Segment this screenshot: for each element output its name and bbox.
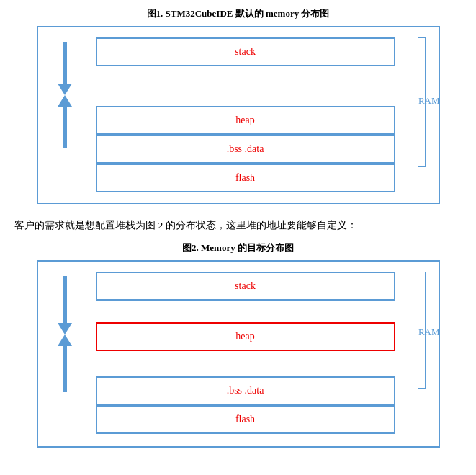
figure2-diagram-wrapper: stack heap .bss .data flash RAM (37, 260, 440, 448)
ram-label-fig1: RAM (408, 27, 440, 174)
figure2-diagram: stack heap .bss .data flash RAM (37, 260, 440, 448)
block-spacer-fig1 (96, 66, 395, 106)
ram-label-fig2: RAM (408, 262, 440, 403)
description-text: 客户的需求就是想配置堆栈为图 2 的分布状态，这里堆的地址要能够自定义： (14, 217, 462, 234)
block-heap-fig2: heap (96, 322, 395, 351)
block-stack-fig2: stack (96, 272, 395, 301)
block-spacer1-fig2 (96, 301, 395, 322)
blocks-fig2: stack heap .bss .data flash (96, 272, 395, 434)
block-flash-fig1: flash (96, 164, 395, 192)
blocks-fig1: stack heap .bss .data flash (96, 37, 395, 192)
figure2-title: 图2. Memory 的目标分布图 (14, 241, 462, 254)
figure1-title: 图1. STM32CubeIDE 默认的 memory 分布图 (14, 7, 462, 20)
block-stack-fig1: stack (96, 37, 395, 66)
left-arrows-fig1 (51, 27, 78, 203)
block-spacer2-fig2 (96, 351, 395, 376)
arrow-up-fig1 (58, 95, 72, 148)
block-bss-fig2: .bss .data (96, 376, 395, 405)
left-arrows-fig2 (51, 262, 78, 446)
block-heap-fig1: heap (96, 106, 395, 135)
arrow-up-fig2 (58, 334, 72, 393)
figure1-diagram: stack heap .bss .data flash RAM (37, 26, 440, 204)
arrow-down-fig1 (58, 42, 72, 95)
arrow-down-fig2 (58, 276, 72, 334)
block-flash-fig2: flash (96, 405, 395, 434)
figure1-diagram-wrapper: stack heap .bss .data flash RAM (37, 26, 440, 204)
block-bss-fig1: .bss .data (96, 135, 395, 164)
